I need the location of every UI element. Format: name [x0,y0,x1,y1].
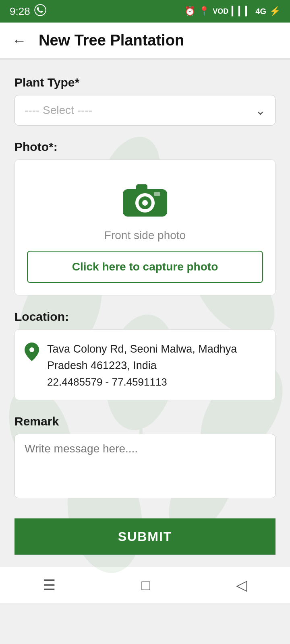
home-nav-icon[interactable]: □ [141,577,150,594]
submit-button[interactable]: SUBMIT [14,518,276,555]
page-header: ← New Tree Plantation [0,23,290,59]
plant-type-select[interactable]: ---- Select ---- ⌄ [14,95,276,126]
chevron-down-icon: ⌄ [255,103,265,118]
back-button[interactable]: ← [12,32,27,49]
plant-type-field: Plant Type* ---- Select ---- ⌄ [14,76,276,126]
alarm-icon: ⏰ [184,6,195,17]
photo-card: Front side photo Click here to capture p… [14,159,276,295]
page-title: New Tree Plantation [39,32,184,49]
vod-icon: VOD [213,7,228,16]
menu-nav-icon[interactable]: ☰ [43,577,56,594]
form-content: Plant Type* ---- Select ---- ⌄ Photo*: [0,60,290,567]
plant-type-placeholder: ---- Select ---- [25,104,92,117]
remark-input[interactable] [14,434,276,498]
location-coordinates: 22.4485579 - 77.4591113 [47,376,265,388]
status-bar: 9:28 ⏰ 📍 VOD ▎▎▎ 4G ⚡ [0,0,290,23]
location-details: Tava Colony Rd, Seoni Malwa, Madhya Prad… [47,341,265,388]
status-right: ⏰ 📍 VOD ▎▎▎ 4G ⚡ [184,6,280,17]
location-pin-icon [25,343,39,365]
location-address: Tava Colony Rd, Seoni Malwa, Madhya Prad… [47,341,265,374]
location-field: Location: Tava Colony Rd, Seoni Malwa, M… [14,310,276,400]
svg-point-16 [142,200,148,206]
capture-photo-button[interactable]: Click here to capture photo [27,251,263,283]
whatsapp-icon [34,4,46,19]
svg-rect-18 [154,192,160,196]
time-display: 9:28 [10,5,30,18]
battery-icon: ⚡ [269,6,280,17]
bottom-nav: ☰ □ ◁ [0,567,290,603]
camera-icon-wrapper [119,176,171,220]
back-nav-icon[interactable]: ◁ [236,577,247,594]
photo-subtitle: Front side photo [104,229,186,242]
4g-icon: 4G [255,7,266,16]
photo-label: Photo*: [14,140,276,154]
svg-point-0 [35,4,46,16]
svg-rect-17 [136,184,147,192]
location-card: Tava Colony Rd, Seoni Malwa, Madhya Prad… [14,329,276,400]
remark-label: Remark [14,415,276,428]
status-left: 9:28 [10,4,46,19]
location-status-icon: 📍 [199,6,209,17]
photo-field: Photo*: Front si [14,140,276,295]
remark-field: Remark [14,415,276,500]
camera-icon [121,178,169,218]
location-label: Location: [14,310,276,324]
signal-icon: ▎▎▎ [232,6,252,17]
plant-type-label: Plant Type* [14,76,276,89]
